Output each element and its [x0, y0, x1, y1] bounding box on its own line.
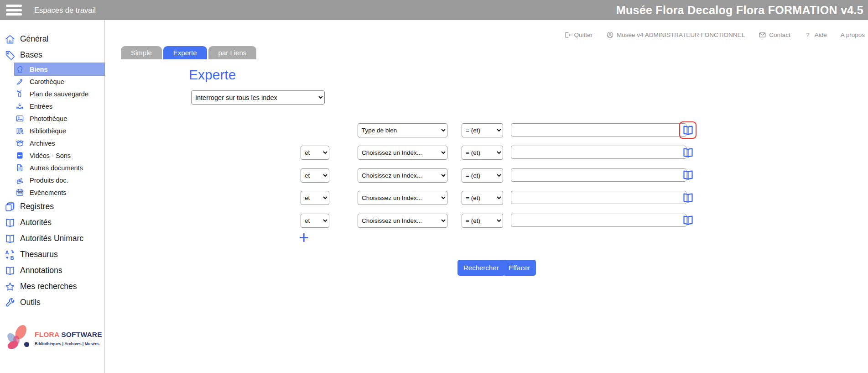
sidebar-item-label: Outils: [20, 298, 41, 307]
search-value-input[interactable]: [511, 214, 686, 227]
star-icon: [5, 281, 16, 292]
sidebar-item-biens[interactable]: Biens: [15, 63, 104, 75]
sidebar-item-thesaurus[interactable]: ABThesaurus: [0, 247, 104, 263]
sidebar-item-label: Carothèque: [30, 78, 64, 85]
tab-experte[interactable]: Experte: [163, 46, 207, 59]
sidebar-item-label: Biens: [30, 66, 48, 73]
inbox-arrow-icon: [16, 102, 24, 110]
sidebar-item-label: Bases: [20, 50, 42, 60]
index-select[interactable]: Choisissez un Index...: [358, 214, 447, 228]
search-button[interactable]: Rechercher: [457, 260, 505, 276]
open-book-icon: [682, 214, 694, 226]
boolean-operator-select[interactable]: et: [301, 214, 329, 228]
index-select[interactable]: Choisissez un Index...: [358, 191, 447, 205]
comparison-operator-select[interactable]: = (et): [462, 191, 503, 205]
add-row-button[interactable]: +: [299, 229, 309, 246]
wrench-icon: [5, 297, 16, 308]
boolean-operator-select[interactable]: et: [301, 191, 329, 205]
index-lookup-button[interactable]: [679, 121, 696, 139]
sort-ab-icon: AB: [5, 249, 16, 260]
search-value-input[interactable]: [511, 146, 686, 159]
butterfly-icon: [3, 323, 31, 352]
page-title: Experte: [189, 67, 236, 83]
brand-tagline: Bibliothèques | Archives | Musées: [35, 341, 99, 346]
boolean-operator-select[interactable]: et: [301, 168, 329, 183]
svg-text:?: ?: [806, 32, 809, 38]
index-lookup-button[interactable]: [679, 167, 696, 184]
index-lookup-button[interactable]: [679, 212, 696, 229]
open-book-icon: [5, 265, 16, 276]
tab-par-liens[interactable]: par Liens: [208, 46, 257, 59]
app-header: Espaces de travail Musée Flora Decalog F…: [0, 0, 868, 20]
utility-label: Contact: [769, 32, 790, 38]
sidebar-item-label: Thesaurus: [20, 250, 58, 259]
query-row: etChoisissez un Index...= (et): [0, 146, 868, 160]
index-select[interactable]: Choisissez un Index...: [358, 146, 447, 160]
brand-flora: FLORA: [35, 331, 59, 338]
comparison-operator-select[interactable]: = (et): [462, 146, 503, 160]
index-select[interactable]: Type de bien: [358, 123, 447, 137]
index-lookup-button[interactable]: [679, 189, 696, 206]
sidebar-item-label: Annotations: [20, 266, 62, 275]
sidebar-item-phototheque[interactable]: Photothèque: [15, 112, 104, 125]
sidebar-item-bases[interactable]: Bases: [0, 47, 104, 63]
utility-musee-v4-administrateur-fonctionnel[interactable]: Musée v4 ADMINISTRATEUR FONCTIONNEL: [606, 31, 745, 39]
index-select[interactable]: Choisissez un Index...: [358, 168, 447, 183]
sidebar-item-label: Plan de sauvegarde: [30, 90, 88, 98]
open-book-icon: [682, 192, 694, 204]
tag-icon: [5, 50, 16, 61]
question-icon: ?: [804, 31, 812, 39]
open-book-icon: [682, 124, 694, 137]
utility-bar: QuitterMusée v4 ADMINISTRATEUR FONCTIONN…: [564, 31, 865, 39]
comparison-operator-select[interactable]: = (et): [462, 168, 503, 183]
sidebar-item-label: Autorités Unimarc: [20, 234, 83, 243]
svg-text:A: A: [5, 250, 9, 255]
hamburger-icon[interactable]: [6, 5, 22, 16]
sidebar-item-annotations[interactable]: Annotations: [0, 263, 104, 278]
carrot-icon: [16, 77, 24, 86]
comparison-operator-select[interactable]: = (et): [462, 214, 503, 228]
utility-quitter[interactable]: Quitter: [564, 31, 593, 39]
search-value-input[interactable]: [511, 123, 686, 137]
extinguisher-icon: [16, 89, 24, 98]
sidebar-item-outils[interactable]: Outils: [0, 294, 104, 310]
sidebar-item-label: Photothèque: [30, 115, 67, 122]
open-book-icon: [682, 169, 694, 181]
utility-aide[interactable]: ?Aide: [804, 31, 827, 39]
query-row: etChoisissez un Index...= (et): [0, 214, 868, 228]
home-icon: [5, 34, 16, 45]
logo-dot: [24, 342, 29, 347]
mail-icon: [759, 31, 766, 39]
sidebar-item-autorites-unimarc[interactable]: Autorités Unimarc: [0, 231, 104, 247]
photo-icon: [16, 114, 24, 123]
open-book-icon: [5, 233, 16, 244]
sidebar-item-mes-recherches[interactable]: Mes recherches: [0, 278, 104, 294]
comparison-operator-select[interactable]: = (et): [462, 123, 503, 137]
utility-contact[interactable]: Contact: [759, 31, 790, 39]
boolean-operator-select[interactable]: et: [301, 146, 329, 160]
sidebar-item-general[interactable]: Général: [0, 31, 104, 47]
user-circle-icon: [606, 31, 614, 39]
query-row: etChoisissez un Index...= (et): [0, 191, 868, 205]
bust-icon: [16, 65, 24, 74]
index-lookup-button[interactable]: [679, 144, 696, 161]
search-value-input[interactable]: [511, 191, 686, 204]
utility-label: Quitter: [574, 32, 593, 38]
logout-icon: [564, 31, 572, 39]
tab-simple[interactable]: Simple: [121, 46, 162, 59]
sidebar-item-plan-de-sauvegarde[interactable]: Plan de sauvegarde: [15, 88, 104, 100]
clear-button[interactable]: Effacer: [503, 260, 536, 276]
index-scope-select[interactable]: Interroger sur tous les index: [191, 90, 325, 105]
sidebar-item-label: Mes recherches: [20, 282, 77, 291]
query-row: etChoisissez un Index...= (et): [0, 168, 868, 183]
query-row: Type de bien= (et): [0, 123, 868, 137]
search-tabs: SimpleExpertepar Liens: [121, 46, 256, 59]
utility-a-propos[interactable]: A propos: [841, 32, 865, 38]
sidebar-item-label: Général: [20, 34, 48, 44]
app-root: Espaces de travail Musée Flora Decalog F…: [0, 0, 868, 373]
sidebar-item-entrees[interactable]: Entrées: [15, 100, 104, 112]
app-title: Musée Flora Decalog Flora FORMATION v4.5: [616, 4, 863, 17]
search-value-input[interactable]: [511, 168, 686, 182]
sidebar-item-carotheque[interactable]: Carothèque: [15, 75, 104, 88]
brand-software: SOFTWARE: [61, 331, 102, 338]
